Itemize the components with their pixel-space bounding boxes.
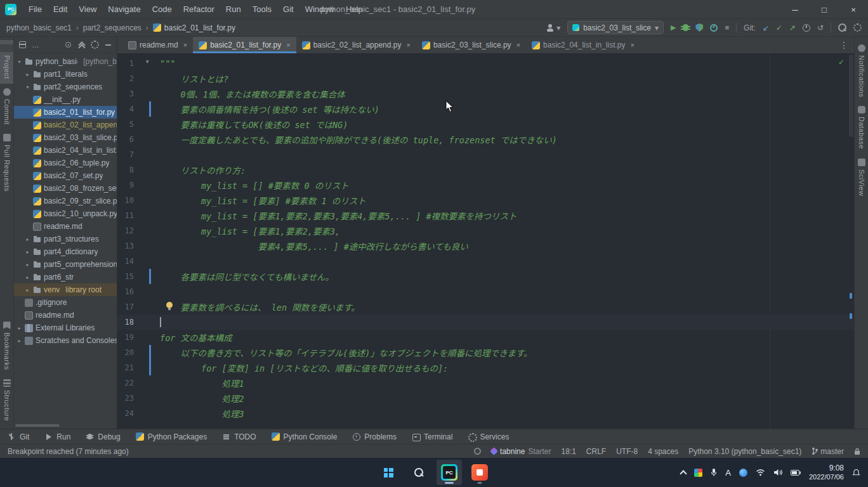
line-separator-widget[interactable]: CRLF bbox=[586, 447, 606, 456]
start-button[interactable] bbox=[376, 460, 401, 485]
code-line[interactable]: 14 bbox=[117, 254, 854, 269]
editor-tab[interactable]: basic2_02_list_append.py × bbox=[296, 37, 416, 53]
tree-item[interactable]: __init__.py bbox=[14, 93, 117, 106]
taskbar-search-button[interactable] bbox=[406, 460, 431, 485]
tool-window-button[interactable]: Bookmarks bbox=[0, 317, 13, 375]
tree-item[interactable]: ▸ part6_str bbox=[14, 271, 117, 283]
maximize-button[interactable]: □ bbox=[810, 0, 839, 19]
tool-window-button[interactable]: Problems bbox=[352, 432, 397, 441]
taskbar-clock[interactable]: 9:08 2022/07/06 bbox=[809, 464, 844, 482]
fold-arrow-icon[interactable] bbox=[146, 58, 152, 65]
close-tab-icon[interactable]: × bbox=[406, 41, 410, 49]
code-line[interactable]: 19 for 文の基本構成 bbox=[117, 330, 854, 345]
tree-item[interactable]: basic2_01_list_for.py bbox=[14, 106, 117, 119]
code-line[interactable]: 20 以下の書き方で、リスト等の「イテラブル(後述)」なオブジェクトを順番に処理… bbox=[117, 345, 854, 360]
git-push-button[interactable]: ↗ bbox=[789, 24, 796, 32]
git-update-button[interactable]: ↙ bbox=[763, 24, 769, 32]
indent-widget[interactable]: 4 spaces bbox=[648, 447, 678, 456]
menu-item[interactable]: Tools bbox=[247, 0, 277, 19]
close-button[interactable]: × bbox=[839, 0, 868, 19]
readonly-lock-icon[interactable] bbox=[854, 448, 860, 455]
stop-button[interactable]: ■ bbox=[725, 24, 729, 31]
breadcrumb-item[interactable]: basic2_01_list_for.py › bbox=[153, 23, 235, 32]
close-tab-icon[interactable]: × bbox=[516, 41, 520, 49]
encoding-widget[interactable]: UTF-8 bbox=[616, 447, 638, 456]
code-line[interactable]: 13 要素4,要素5,... ] #途中改行しながら書いても良い bbox=[117, 238, 854, 254]
code-editor[interactable]: 1 """ 2 bbox=[117, 53, 854, 429]
menu-item[interactable]: Run bbox=[220, 0, 247, 19]
code-line[interactable]: 22 処理1 bbox=[117, 375, 854, 391]
code-line[interactable]: 9 my_list = [] #要素数 0 のリスト bbox=[117, 178, 854, 193]
code-line[interactable]: 8 リストの作り方: bbox=[117, 162, 854, 178]
ime-mode-indicator[interactable]: A bbox=[725, 468, 731, 477]
git-commit-button[interactable]: ✓ bbox=[776, 24, 782, 32]
menu-item[interactable]: Edit bbox=[48, 0, 73, 19]
tree-expand-icon[interactable]: ▸ bbox=[25, 275, 30, 280]
tree-item[interactable]: ▸ External Libraries bbox=[14, 321, 117, 334]
code-line[interactable]: 1 """ bbox=[117, 56, 854, 71]
taskbar-app-button[interactable] bbox=[467, 460, 492, 485]
tool-window-button[interactable]: Notifications bbox=[855, 40, 868, 101]
tree-item[interactable]: basic2_03_list_slice.py bbox=[14, 131, 117, 144]
code-line[interactable]: 10 my_list = [要素] #要素数 1 のリスト bbox=[117, 193, 854, 208]
code-line[interactable]: 17 要素数を調べるには、 len 関数を使います。 bbox=[117, 299, 854, 315]
tree-expand-icon[interactable]: ▸ bbox=[25, 72, 30, 77]
notification-bell-icon[interactable] bbox=[852, 469, 860, 477]
tool-window-button[interactable]: SciView bbox=[855, 154, 868, 200]
project-view-icon[interactable] bbox=[18, 41, 27, 49]
tool-window-button[interactable]: TODO bbox=[222, 432, 256, 441]
tree-item[interactable]: ▸ Scratches and Consoles bbox=[14, 334, 117, 347]
caret-position-widget[interactable]: 18:1 bbox=[561, 447, 575, 456]
tree-item[interactable]: ▾ part2_sequences bbox=[14, 81, 117, 93]
tree-item[interactable]: ▸ part1_literals bbox=[14, 68, 117, 81]
menu-item[interactable]: Git bbox=[277, 0, 299, 19]
close-tab-icon[interactable]: × bbox=[630, 41, 634, 49]
breadcrumb-item[interactable]: python_basic_sec1 › bbox=[6, 23, 83, 32]
history-button[interactable] bbox=[803, 24, 810, 32]
wifi-icon[interactable] bbox=[756, 469, 765, 476]
tray-overflow-chevron-icon[interactable] bbox=[680, 470, 687, 477]
tab-options-icon[interactable]: ⋮ bbox=[834, 40, 854, 50]
intention-bulb-icon[interactable] bbox=[166, 302, 173, 308]
tree-item[interactable]: basic2_06_tuple.py bbox=[14, 157, 117, 169]
panel-settings-gear-icon[interactable] bbox=[91, 41, 99, 49]
code-line[interactable]: 16 bbox=[117, 284, 854, 299]
microphone-icon[interactable] bbox=[711, 468, 717, 477]
breadcrumb-item[interactable]: part2_sequences › bbox=[83, 23, 153, 32]
menu-item[interactable]: File bbox=[23, 0, 48, 19]
menu-item[interactable]: View bbox=[73, 0, 102, 19]
tree-item[interactable]: ▾ python_basic_sec1 [python_b bbox=[14, 55, 117, 68]
menu-item[interactable]: Code bbox=[147, 0, 178, 19]
editor-tab[interactable]: readme.md × bbox=[122, 37, 193, 53]
editor-tab[interactable]: basic2_01_list_for.py × bbox=[193, 37, 296, 53]
vertical-scrollbar[interactable] bbox=[849, 55, 853, 137]
code-line[interactable]: 6 一度定義したあとでも、要素の追加や削除ができる(後述の tuple, fro… bbox=[117, 132, 854, 147]
collapse-all-icon[interactable] bbox=[77, 41, 86, 49]
tool-window-button[interactable]: Python Packages bbox=[136, 432, 207, 441]
taskbar-pycharm-button[interactable]: PC bbox=[437, 460, 462, 485]
profiler-button[interactable] bbox=[710, 24, 718, 32]
tree-item[interactable]: ▸ part3_structures bbox=[14, 233, 117, 245]
run-configuration-select[interactable]: basic2_03_list_slice ▾ bbox=[567, 21, 664, 34]
code-line[interactable]: 2 リストとは? bbox=[117, 71, 854, 86]
close-tab-icon[interactable]: × bbox=[286, 41, 290, 49]
tool-window-button[interactable]: Terminal bbox=[412, 432, 452, 441]
code-line[interactable]: 24 処理3 bbox=[117, 406, 854, 421]
plugin-status-icon[interactable] bbox=[474, 448, 481, 455]
tree-item[interactable]: readme.md bbox=[14, 309, 117, 321]
tree-expand-icon[interactable]: ▸ bbox=[16, 338, 22, 344]
tray-app-icon[interactable] bbox=[694, 469, 702, 477]
tree-expand-icon[interactable]: ▸ bbox=[25, 237, 30, 242]
tree-item[interactable]: basic2_09_str_slice.py bbox=[14, 195, 117, 207]
editor-tab[interactable]: basic2_03_list_slice.py × bbox=[416, 37, 526, 53]
debug-button[interactable] bbox=[683, 24, 688, 31]
run-button[interactable]: ▶ bbox=[671, 24, 676, 31]
tool-window-button[interactable]: Debug bbox=[86, 432, 120, 441]
code-line[interactable]: 12 my_list = [要素1,要素2,要素3, bbox=[117, 223, 854, 238]
menu-item[interactable]: Refactor bbox=[178, 0, 220, 19]
tree-item[interactable]: ▸ venv library root bbox=[14, 283, 117, 296]
tool-window-button[interactable]: Python Console bbox=[272, 432, 338, 441]
code-line[interactable]: 11 my_list = [要素1,要素2,要素3,要素4,要素5,... ] … bbox=[117, 208, 854, 223]
tree-item[interactable]: readme.md bbox=[14, 220, 117, 233]
battery-icon[interactable] bbox=[791, 470, 801, 476]
